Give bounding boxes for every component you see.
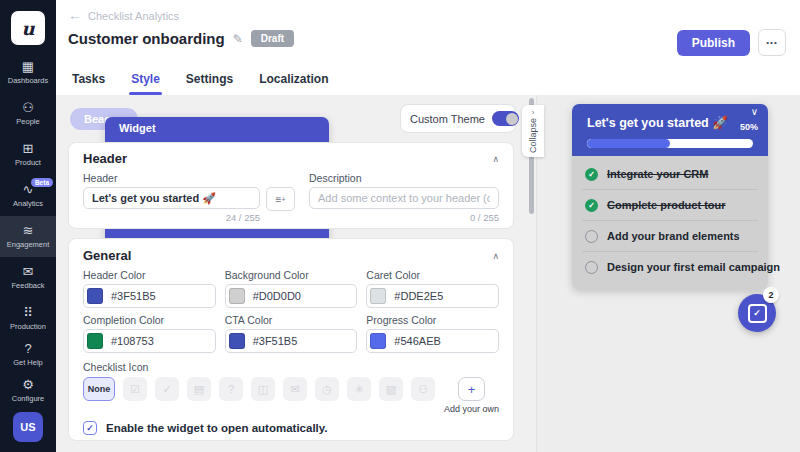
robot-option-button[interactable]: ⚇: [411, 377, 435, 401]
list-add-icon[interactable]: ≡+: [266, 187, 295, 211]
color-field-progress-color: Progress Color#546AEB: [366, 308, 499, 353]
color-field-label: CTA Color: [225, 314, 358, 326]
feedback-icon: ✉: [23, 265, 34, 279]
color-hex-value: #DDE2E5: [394, 290, 443, 302]
color-input[interactable]: #3F51B5: [83, 284, 216, 308]
task-label: Add your brand elements: [607, 230, 740, 242]
breadcrumb: ← Checklist Analytics: [68, 8, 179, 23]
user-avatar[interactable]: US: [13, 412, 43, 442]
checklist-launcher-button[interactable]: ✓ 2: [738, 294, 776, 332]
widget-task-list: ✓Integrate your CRM✓Complete product tou…: [572, 156, 768, 290]
book-option-button[interactable]: ◫: [251, 377, 275, 401]
collapse-section-icon[interactable]: ∧: [492, 154, 499, 164]
icon-none-button[interactable]: None: [83, 377, 115, 401]
color-input[interactable]: #D0D0D0: [225, 284, 358, 308]
checklist-widget-preview: Let's get you started 🚀 ∨ 50% ✓Integrate…: [572, 104, 768, 290]
sidebar-item-get-help[interactable]: ?Get Help: [0, 336, 56, 372]
sidebar-item-engagement[interactable]: ≋Engagement: [0, 216, 56, 257]
custom-theme-toggle[interactable]: [492, 111, 519, 126]
check-icon: ✓: [86, 423, 94, 433]
checklist-item[interactable]: ✓Integrate your CRM: [572, 159, 768, 189]
topbar: ← Checklist Analytics Customer onboardin…: [56, 0, 800, 95]
color-field-completion-color: Completion Color#108753: [83, 308, 216, 353]
header-input[interactable]: [83, 187, 260, 209]
check-option-button[interactable]: ✓: [155, 377, 179, 401]
color-input[interactable]: #3F51B5: [225, 329, 358, 353]
help-circle-option-button[interactable]: ?: [219, 377, 243, 401]
robot-icon: ⚇: [418, 383, 428, 396]
party-option-button[interactable]: ✳: [347, 377, 371, 401]
checklist-item[interactable]: ✓Complete product tour: [572, 190, 768, 220]
auto-open-checkbox[interactable]: ✓: [83, 421, 97, 435]
sidebar-item-analytics[interactable]: ∿BetaAnalytics: [0, 175, 56, 216]
chevron-down-icon[interactable]: ∨: [751, 106, 758, 117]
tab-settings[interactable]: Settings: [186, 72, 233, 95]
color-field-label: Completion Color: [83, 314, 216, 326]
list-option-button[interactable]: ▤: [187, 377, 211, 401]
sidebar-item-configure[interactable]: ⚙Configure: [0, 372, 56, 408]
map-option-button[interactable]: ▧: [379, 377, 403, 401]
sidebar-item-label: Engagement: [7, 240, 50, 249]
header-field-label: Header: [83, 172, 295, 184]
toggle-knob: [506, 113, 518, 125]
style-editor-panel: Widget Beacon Custom Theme ∨ Header ∧: [56, 95, 536, 452]
sidebar-item-label: People: [16, 117, 39, 126]
color-swatch: [87, 288, 103, 304]
add-your-own: + Add your own: [444, 377, 499, 414]
clipboard-check-icon: ☑: [130, 383, 140, 396]
sidebar-item-people[interactable]: ⚇People: [0, 93, 56, 134]
list-icon: ▤: [194, 383, 204, 396]
task-label: Design your first email campaign: [607, 261, 780, 273]
help-icon: ?: [24, 342, 31, 356]
color-hex-value: #D0D0D0: [253, 290, 301, 302]
plus-icon: +: [468, 382, 476, 397]
people-icon: ⚇: [22, 101, 34, 115]
description-input[interactable]: [309, 187, 499, 209]
add-icon-button[interactable]: +: [458, 377, 485, 401]
task-label: Complete product tour: [607, 199, 726, 211]
task-todo-icon: [585, 261, 598, 274]
color-input[interactable]: #546AEB: [366, 329, 499, 353]
collapse-section-icon[interactable]: ∧: [492, 251, 499, 261]
production-icon: ⠿: [23, 306, 33, 320]
color-field-label: Header Color: [83, 269, 216, 281]
color-swatch: [87, 333, 103, 349]
color-hex-value: #546AEB: [394, 335, 440, 347]
color-input[interactable]: #DDE2E5: [366, 284, 499, 308]
back-link[interactable]: Checklist Analytics: [88, 10, 179, 22]
tab-localization[interactable]: Localization: [259, 72, 328, 95]
collapse-preview-tab[interactable]: › Collapse: [522, 105, 544, 157]
color-field-background-color: Background Color#D0D0D0: [225, 263, 358, 308]
sidebar-item-product[interactable]: ⊞Product: [0, 134, 56, 175]
userpilot-logo[interactable]: u: [11, 11, 45, 45]
chevron-right-icon: ›: [532, 108, 535, 117]
color-swatch: [370, 333, 386, 349]
sidebar-item-dashboards[interactable]: ▦Dashboards: [0, 52, 56, 93]
color-input[interactable]: #108753: [83, 329, 216, 353]
clock-option-button[interactable]: ◷: [315, 377, 339, 401]
general-section-title: General: [83, 248, 131, 263]
content-area: ← Checklist Analytics Customer onboardin…: [56, 0, 800, 452]
checklist-item[interactable]: Add your brand elements: [572, 221, 768, 251]
header-section-card: Header ∧ Header 24 / 255 ≡+: [68, 142, 514, 229]
task-done-icon: ✓: [585, 199, 598, 212]
color-field-label: Progress Color: [366, 314, 499, 326]
clipboard-check-option-button[interactable]: ☑: [123, 377, 147, 401]
color-hex-value: #3F51B5: [253, 335, 298, 347]
publish-button[interactable]: Publish: [677, 30, 750, 56]
more-options-button[interactable]: •••: [758, 29, 786, 56]
sidebar-item-production[interactable]: ⠿Production: [0, 300, 56, 336]
chat-check-option-button[interactable]: ✉: [283, 377, 307, 401]
title-row: Customer onboarding ✎ Draft: [68, 30, 294, 47]
edit-title-icon[interactable]: ✎: [233, 32, 243, 46]
tab-style[interactable]: Style: [131, 72, 160, 95]
checklist-item[interactable]: Design your first email campaign: [572, 252, 768, 282]
back-arrow-icon[interactable]: ←: [68, 8, 81, 23]
color-swatch: [370, 288, 386, 304]
header-char-count: 24 / 255: [83, 212, 260, 223]
icon-options: ☑✓▤?◫✉◷✳▧⚇: [123, 377, 435, 401]
color-field-header-color: Header Color#3F51B5: [83, 263, 216, 308]
sidebar-item-feedback[interactable]: ✉Feedback: [0, 257, 56, 298]
tab-tasks[interactable]: Tasks: [72, 72, 105, 95]
custom-theme-dropdown[interactable]: Custom Theme ∨: [400, 104, 516, 133]
